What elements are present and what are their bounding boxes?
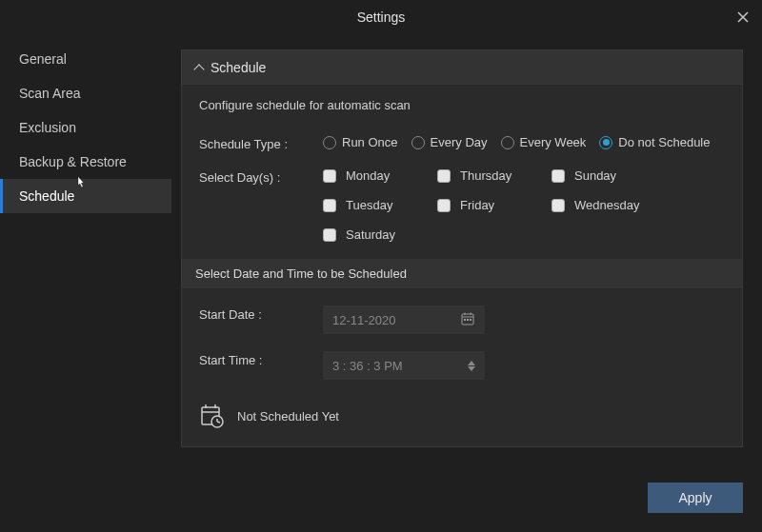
checkbox-icon — [323, 169, 336, 183]
check-wednesday[interactable]: Wednesday — [551, 198, 666, 212]
close-button[interactable] — [732, 6, 754, 29]
checkbox-icon — [437, 169, 451, 183]
select-days-label: Select Day(s) : — [199, 168, 323, 185]
spinner-up-icon[interactable] — [468, 361, 475, 365]
radio-icon — [323, 136, 336, 149]
schedule-status-icon — [199, 403, 226, 429]
check-monday[interactable]: Monday — [323, 168, 437, 183]
check-label: Tuesday — [346, 198, 392, 212]
checkbox-icon — [323, 199, 336, 212]
schedule-type-row: Schedule Type : Run Once Every Day Every… — [199, 135, 725, 151]
panel-body: Configure schedule for automatic scan Sc… — [182, 85, 742, 446]
apply-button[interactable]: Apply — [648, 483, 743, 513]
radio-icon — [501, 136, 514, 149]
start-date-label: Start Date : — [199, 305, 323, 322]
datetime-section-header: Select Date and Time to be Scheduled — [182, 259, 742, 288]
check-thursday[interactable]: Thursday — [437, 168, 551, 183]
close-icon — [737, 11, 749, 23]
panel-title: Schedule — [211, 60, 266, 75]
calendar-icon-svg — [460, 311, 475, 326]
radio-icon — [411, 136, 425, 149]
window-title: Settings — [357, 10, 406, 25]
sidebar-item-label: General — [19, 51, 67, 67]
check-label: Monday — [346, 168, 390, 183]
schedule-type-label: Schedule Type : — [199, 135, 323, 151]
check-label: Friday — [460, 198, 494, 212]
start-date-row: Start Date : 12-11-2020 — [199, 305, 725, 334]
checkbox-icon — [437, 199, 451, 212]
check-sunday[interactable]: Sunday — [551, 168, 666, 183]
radio-label: Do not Schedule — [618, 135, 710, 149]
status-text: Not Scheduled Yet — [237, 409, 339, 424]
checkbox-icon — [323, 228, 336, 242]
window-body: General Scan Area Exclusion Backup & Res… — [0, 34, 762, 532]
sidebar-item-general[interactable]: General — [0, 42, 171, 76]
sidebar-item-label: Scan Area — [19, 86, 81, 101]
time-spinner — [468, 361, 475, 371]
svg-line-13 — [217, 422, 220, 423]
checkbox-icon — [551, 199, 565, 212]
main-area: Schedule Configure schedule for automati… — [171, 34, 762, 532]
check-saturday[interactable]: Saturday — [323, 227, 437, 242]
start-time-label: Start Time : — [199, 351, 323, 367]
panel-header[interactable]: Schedule — [182, 50, 742, 85]
radio-every-week[interactable]: Every Week — [501, 135, 587, 149]
panel-subtitle: Configure schedule for automatic scan — [199, 98, 725, 112]
radio-run-once[interactable]: Run Once — [323, 135, 398, 149]
check-friday[interactable]: Friday — [437, 198, 551, 212]
sidebar-item-label: Backup & Restore — [19, 154, 127, 169]
sidebar: General Scan Area Exclusion Backup & Res… — [0, 34, 171, 532]
footer: Apply — [181, 469, 743, 532]
check-label: Thursday — [460, 168, 511, 183]
settings-window: Settings General Scan Area Exclusion Bac… — [0, 0, 762, 532]
start-time-value: 3 : 36 : 3 PM — [332, 359, 403, 373]
status-row: Not Scheduled Yet — [199, 403, 725, 429]
chevron-up-icon — [193, 64, 204, 74]
sidebar-item-scan-area[interactable]: Scan Area — [0, 76, 171, 110]
radio-every-day[interactable]: Every Day — [411, 135, 488, 149]
start-time-input[interactable]: 3 : 36 : 3 PM — [323, 351, 485, 380]
sidebar-item-schedule[interactable]: Schedule — [0, 179, 171, 213]
check-label: Sunday — [574, 168, 616, 183]
start-date-value: 12-11-2020 — [332, 313, 396, 327]
check-label: Wednesday — [574, 198, 639, 212]
checkbox-icon — [551, 169, 565, 183]
schedule-type-group: Run Once Every Day Every Week Do not Sch… — [323, 135, 710, 149]
sidebar-item-label: Exclusion — [19, 120, 76, 135]
sidebar-item-label: Schedule — [19, 188, 74, 204]
spinner-down-icon[interactable] — [468, 366, 475, 371]
titlebar: Settings — [0, 0, 762, 34]
days-grid: Monday Thursday Sunday Tuesday Friday We… — [323, 168, 666, 242]
check-tuesday[interactable]: Tuesday — [323, 198, 437, 212]
svg-rect-4 — [464, 319, 466, 321]
sidebar-item-exclusion[interactable]: Exclusion — [0, 110, 171, 145]
sidebar-item-backup-restore[interactable]: Backup & Restore — [0, 145, 171, 179]
radio-label: Every Week — [520, 135, 587, 149]
start-time-row: Start Time : 3 : 36 : 3 PM — [199, 351, 725, 380]
radio-label: Run Once — [342, 135, 398, 149]
svg-rect-6 — [470, 319, 471, 321]
radio-label: Every Day — [431, 135, 488, 149]
svg-rect-5 — [467, 319, 469, 321]
calendar-icon[interactable] — [460, 311, 475, 329]
check-label: Saturday — [346, 227, 395, 242]
schedule-panel: Schedule Configure schedule for automati… — [181, 49, 743, 447]
radio-do-not-schedule[interactable]: Do not Schedule — [599, 135, 710, 149]
select-days-row: Select Day(s) : Monday Thursday Sunday T… — [199, 168, 725, 242]
start-date-input[interactable]: 12-11-2020 — [323, 305, 485, 334]
radio-icon — [599, 136, 612, 149]
